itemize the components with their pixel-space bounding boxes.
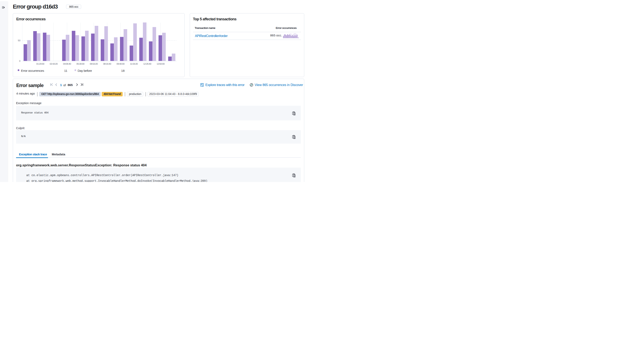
svg-text:11:03:20: 11:03:20: [130, 63, 138, 65]
svg-text:Error occurrences: Error occurrences: [21, 69, 44, 72]
svg-text:11: 11: [64, 69, 67, 72]
svg-text:Day before: Day before: [78, 69, 92, 72]
svg-text:18: 18: [121, 69, 125, 72]
svg-text:12:26:40: 12:26:40: [143, 63, 151, 65]
svg-text:05:30:00: 05:30:00: [77, 63, 84, 65]
svg-text:06:53:20: 06:53:20: [90, 63, 98, 65]
svg-text:08:16:40: 08:16:40: [103, 63, 111, 65]
svg-text:09:40:00: 09:40:00: [116, 63, 125, 65]
svg-text:50: 50: [18, 39, 21, 42]
svg-text:02:43:20: 02:43:20: [50, 63, 58, 65]
svg-text:13:50:00: 13:50:00: [157, 63, 165, 65]
svg-text:0: 0: [19, 60, 20, 62]
svg-text:04:06:40: 04:06:40: [63, 63, 71, 65]
svg-text:01:20:00: 01:20:00: [36, 63, 44, 65]
